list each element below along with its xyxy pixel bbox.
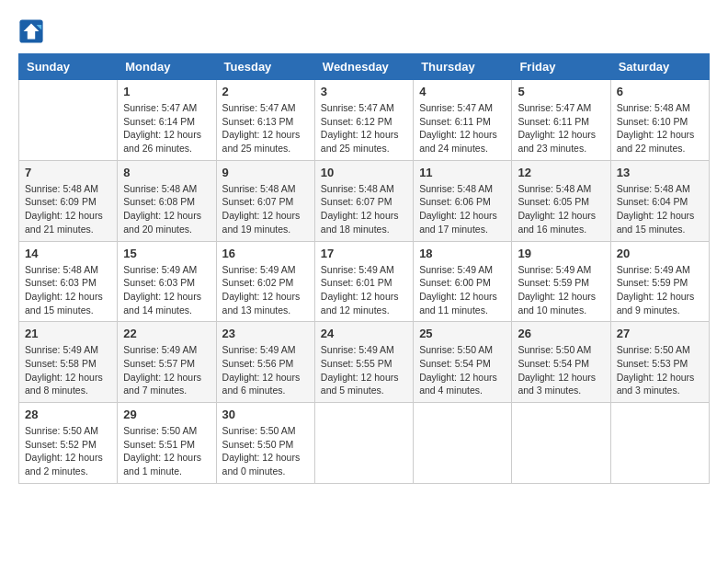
day-number: 9 <box>222 166 309 179</box>
calendar-cell <box>414 403 512 484</box>
day-of-week-tuesday: Tuesday <box>216 54 314 80</box>
calendar-cell: 9Sunrise: 5:48 AM Sunset: 6:07 PM Daylig… <box>216 160 314 241</box>
day-number: 23 <box>222 327 309 340</box>
calendar-cell: 13Sunrise: 5:48 AM Sunset: 6:04 PM Dayli… <box>610 160 709 241</box>
calendar-cell: 14Sunrise: 5:48 AM Sunset: 6:03 PM Dayli… <box>19 241 118 322</box>
calendar-cell: 25Sunrise: 5:50 AM Sunset: 5:54 PM Dayli… <box>414 322 512 403</box>
day-of-week-thursday: Thursday <box>414 54 512 80</box>
day-info: Sunrise: 5:49 AM Sunset: 5:57 PM Dayligh… <box>123 343 210 397</box>
day-number: 11 <box>419 166 506 179</box>
calendar-cell: 8Sunrise: 5:48 AM Sunset: 6:08 PM Daylig… <box>118 160 216 241</box>
day-info: Sunrise: 5:47 AM Sunset: 6:12 PM Dayligh… <box>321 101 407 155</box>
day-number: 19 <box>518 247 604 260</box>
day-number: 28 <box>25 408 111 421</box>
day-info: Sunrise: 5:47 AM Sunset: 6:14 PM Dayligh… <box>123 101 210 155</box>
day-info: Sunrise: 5:47 AM Sunset: 6:13 PM Dayligh… <box>222 101 309 155</box>
day-number: 17 <box>321 247 407 260</box>
day-info: Sunrise: 5:49 AM Sunset: 6:00 PM Dayligh… <box>419 263 506 317</box>
day-number: 14 <box>25 247 111 260</box>
day-info: Sunrise: 5:50 AM Sunset: 5:51 PM Dayligh… <box>123 424 210 478</box>
day-info: Sunrise: 5:49 AM Sunset: 5:59 PM Dayligh… <box>617 263 703 317</box>
day-number: 4 <box>419 85 506 98</box>
day-info: Sunrise: 5:47 AM Sunset: 6:11 PM Dayligh… <box>419 101 506 155</box>
calendar-cell: 26Sunrise: 5:50 AM Sunset: 5:54 PM Dayli… <box>512 322 610 403</box>
calendar-cell: 20Sunrise: 5:49 AM Sunset: 5:59 PM Dayli… <box>610 241 709 322</box>
logo-icon <box>18 18 44 44</box>
calendar-cell: 4Sunrise: 5:47 AM Sunset: 6:11 PM Daylig… <box>414 80 512 161</box>
calendar-cell: 2Sunrise: 5:47 AM Sunset: 6:13 PM Daylig… <box>216 80 314 161</box>
day-number: 29 <box>123 408 210 421</box>
day-info: Sunrise: 5:48 AM Sunset: 6:05 PM Dayligh… <box>518 182 604 236</box>
day-info: Sunrise: 5:49 AM Sunset: 5:56 PM Dayligh… <box>222 343 309 397</box>
day-number: 21 <box>25 327 111 340</box>
day-info: Sunrise: 5:50 AM Sunset: 5:54 PM Dayligh… <box>518 343 604 397</box>
day-number: 16 <box>222 247 309 260</box>
calendar-cell: 15Sunrise: 5:49 AM Sunset: 6:03 PM Dayli… <box>118 241 216 322</box>
day-info: Sunrise: 5:50 AM Sunset: 5:54 PM Dayligh… <box>419 343 506 397</box>
day-number: 25 <box>419 327 506 340</box>
day-number: 24 <box>321 327 407 340</box>
day-number: 6 <box>617 85 703 98</box>
day-number: 8 <box>123 166 210 179</box>
calendar-cell: 19Sunrise: 5:49 AM Sunset: 5:59 PM Dayli… <box>512 241 610 322</box>
calendar-cell: 5Sunrise: 5:47 AM Sunset: 6:11 PM Daylig… <box>512 80 610 161</box>
logo <box>18 18 48 44</box>
day-number: 18 <box>419 247 506 260</box>
calendar-cell: 21Sunrise: 5:49 AM Sunset: 5:58 PM Dayli… <box>19 322 118 403</box>
calendar-cell: 10Sunrise: 5:48 AM Sunset: 6:07 PM Dayli… <box>314 160 413 241</box>
day-number: 1 <box>123 85 210 98</box>
day-number: 26 <box>518 327 604 340</box>
day-info: Sunrise: 5:50 AM Sunset: 5:53 PM Dayligh… <box>617 343 703 397</box>
day-number: 5 <box>518 85 604 98</box>
day-info: Sunrise: 5:48 AM Sunset: 6:07 PM Dayligh… <box>222 182 309 236</box>
day-of-week-saturday: Saturday <box>610 54 709 80</box>
day-info: Sunrise: 5:49 AM Sunset: 5:55 PM Dayligh… <box>321 343 407 397</box>
calendar-cell <box>314 403 413 484</box>
day-number: 10 <box>321 166 407 179</box>
day-of-week-wednesday: Wednesday <box>314 54 413 80</box>
calendar-cell: 18Sunrise: 5:49 AM Sunset: 6:00 PM Dayli… <box>414 241 512 322</box>
day-info: Sunrise: 5:48 AM Sunset: 6:10 PM Dayligh… <box>617 101 703 155</box>
calendar-table: SundayMondayTuesdayWednesdayThursdayFrid… <box>18 53 710 484</box>
calendar-cell: 16Sunrise: 5:49 AM Sunset: 6:02 PM Dayli… <box>216 241 314 322</box>
day-number: 13 <box>617 166 703 179</box>
calendar-cell <box>19 80 118 161</box>
calendar-cell: 30Sunrise: 5:50 AM Sunset: 5:50 PM Dayli… <box>216 403 314 484</box>
day-number: 30 <box>222 408 309 421</box>
day-info: Sunrise: 5:50 AM Sunset: 5:50 PM Dayligh… <box>222 424 309 478</box>
calendar-cell: 11Sunrise: 5:48 AM Sunset: 6:06 PM Dayli… <box>414 160 512 241</box>
day-info: Sunrise: 5:48 AM Sunset: 6:04 PM Dayligh… <box>617 182 703 236</box>
calendar-cell: 23Sunrise: 5:49 AM Sunset: 5:56 PM Dayli… <box>216 322 314 403</box>
day-number: 3 <box>321 85 407 98</box>
day-info: Sunrise: 5:49 AM Sunset: 6:01 PM Dayligh… <box>321 263 407 317</box>
day-info: Sunrise: 5:50 AM Sunset: 5:52 PM Dayligh… <box>25 424 111 478</box>
calendar-cell: 29Sunrise: 5:50 AM Sunset: 5:51 PM Dayli… <box>118 403 216 484</box>
day-info: Sunrise: 5:48 AM Sunset: 6:03 PM Dayligh… <box>25 263 111 317</box>
day-number: 2 <box>222 85 309 98</box>
day-info: Sunrise: 5:47 AM Sunset: 6:11 PM Dayligh… <box>518 101 604 155</box>
day-number: 15 <box>123 247 210 260</box>
day-of-week-monday: Monday <box>118 54 216 80</box>
day-number: 20 <box>617 247 703 260</box>
calendar-cell: 17Sunrise: 5:49 AM Sunset: 6:01 PM Dayli… <box>314 241 413 322</box>
calendar-cell: 28Sunrise: 5:50 AM Sunset: 5:52 PM Dayli… <box>19 403 118 484</box>
day-info: Sunrise: 5:48 AM Sunset: 6:06 PM Dayligh… <box>419 182 506 236</box>
calendar-cell: 6Sunrise: 5:48 AM Sunset: 6:10 PM Daylig… <box>610 80 709 161</box>
day-info: Sunrise: 5:48 AM Sunset: 6:09 PM Dayligh… <box>25 182 111 236</box>
day-number: 7 <box>25 166 111 179</box>
day-info: Sunrise: 5:48 AM Sunset: 6:08 PM Dayligh… <box>123 182 210 236</box>
calendar-cell: 7Sunrise: 5:48 AM Sunset: 6:09 PM Daylig… <box>19 160 118 241</box>
day-info: Sunrise: 5:49 AM Sunset: 6:02 PM Dayligh… <box>222 263 309 317</box>
day-of-week-friday: Friday <box>512 54 610 80</box>
day-number: 22 <box>123 327 210 340</box>
calendar-cell: 12Sunrise: 5:48 AM Sunset: 6:05 PM Dayli… <box>512 160 610 241</box>
calendar-cell: 22Sunrise: 5:49 AM Sunset: 5:57 PM Dayli… <box>118 322 216 403</box>
calendar-cell: 1Sunrise: 5:47 AM Sunset: 6:14 PM Daylig… <box>118 80 216 161</box>
day-info: Sunrise: 5:49 AM Sunset: 5:58 PM Dayligh… <box>25 343 111 397</box>
day-info: Sunrise: 5:49 AM Sunset: 6:03 PM Dayligh… <box>123 263 210 317</box>
day-number: 12 <box>518 166 604 179</box>
calendar-cell: 24Sunrise: 5:49 AM Sunset: 5:55 PM Dayli… <box>314 322 413 403</box>
day-of-week-sunday: Sunday <box>19 54 118 80</box>
day-info: Sunrise: 5:49 AM Sunset: 5:59 PM Dayligh… <box>518 263 604 317</box>
calendar-cell: 27Sunrise: 5:50 AM Sunset: 5:53 PM Dayli… <box>610 322 709 403</box>
